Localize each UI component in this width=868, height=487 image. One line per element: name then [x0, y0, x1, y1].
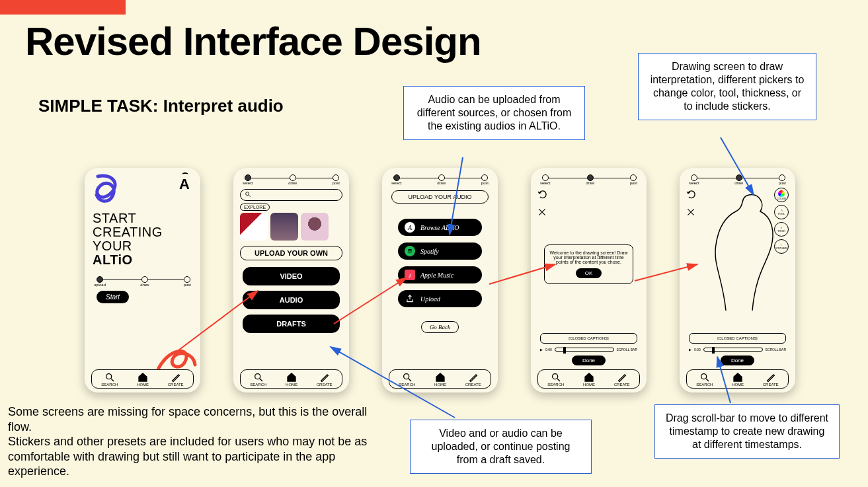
- scribble-icon-2: [155, 332, 202, 371]
- time-label: 0:00: [545, 348, 552, 352]
- upload-button[interactable]: Upload: [398, 290, 482, 307]
- time-label: 0:00: [694, 348, 701, 352]
- svg-line-7: [409, 379, 411, 381]
- video-button[interactable]: VIDEO: [243, 267, 340, 285]
- apple-music-icon: ♪: [405, 270, 415, 280]
- timeline-scrollbar[interactable]: [703, 348, 763, 352]
- svg-line-1: [111, 379, 114, 381]
- nav-search[interactable]: SEARCH: [250, 372, 266, 387]
- svg-point-10: [701, 374, 707, 379]
- upload-own-header: UPLOAD YOUR OWN: [240, 246, 342, 260]
- done-button[interactable]: Done: [572, 356, 606, 365]
- closed-captions: [CLOSED CAPTIONS]: [540, 333, 637, 344]
- spotify-icon: [405, 246, 415, 256]
- phone-row: A START CREATING YOUR ALTiO upload draw …: [85, 168, 795, 393]
- play security-icon: ▶: [540, 348, 543, 352]
- modal-text: Welcome to the drawing screen! Draw your…: [549, 250, 629, 264]
- undo-icon[interactable]: [537, 189, 548, 202]
- nav-search[interactable]: SEARCH: [696, 372, 713, 387]
- callout-audio-sources: Audio can be uploaded from different sou…: [403, 86, 585, 140]
- timeline-scrollbar[interactable]: [555, 348, 614, 352]
- svg-point-2: [246, 192, 249, 196]
- callout-video-audio-upload: Video and or audio can be uploaded, or c…: [410, 420, 592, 474]
- accent-bar: [0, 0, 126, 15]
- svg-line-11: [706, 379, 709, 381]
- bottom-nav: SEARCH HOME CREATE: [91, 369, 194, 389]
- nav-create[interactable]: CREATE: [763, 372, 779, 387]
- search-icon: [245, 191, 251, 198]
- explore-thumb[interactable]: [240, 213, 268, 241]
- callout-drawing-screen: Drawing screen to draw interpretation, d…: [638, 53, 816, 120]
- drawing-sketch: [686, 185, 789, 317]
- phone-screen-1: A START CREATING YOUR ALTiO upload draw …: [85, 168, 200, 393]
- upload-audio-header: UPLOAD YOUR AUDIO: [391, 190, 489, 204]
- nav-home[interactable]: HOME: [434, 372, 446, 387]
- bottom-nav: SEARCH HOME CREATE: [537, 369, 640, 389]
- welcome-modal: Welcome to the drawing screen! Draw your…: [544, 244, 633, 284]
- phone-screen-5: select draw post COLOR ✎TOOL ≡THICK ★STI…: [680, 168, 795, 393]
- nav-search[interactable]: SEARCH: [101, 372, 118, 387]
- drawing-canvas[interactable]: Welcome to the drawing screen! Draw your…: [537, 185, 640, 333]
- altio-icon: A: [405, 222, 415, 233]
- explore-thumb[interactable]: [270, 213, 298, 241]
- close-icon[interactable]: [537, 207, 548, 219]
- bottom-nav: SEARCH HOME CREATE: [686, 369, 789, 389]
- svg-point-8: [553, 374, 558, 379]
- phone-screen-2: select draw post EXPLORE UPLOAD YOUR OWN…: [233, 168, 349, 393]
- svg-line-5: [260, 379, 262, 381]
- start-button[interactable]: Start: [97, 291, 129, 303]
- svg-point-6: [404, 374, 409, 379]
- bottom-nav: SEARCH HOME CREATE: [240, 369, 342, 389]
- callout-scrollbar: Drag scroll-bar to move to different tim…: [654, 404, 840, 459]
- altio-logo-icon: A: [179, 176, 190, 193]
- nav-home[interactable]: HOME: [732, 372, 744, 387]
- ok-button[interactable]: OK: [576, 268, 602, 278]
- slide-title: Revised Interface Design: [25, 19, 481, 64]
- bottom-nav: SEARCH HOME CREATE: [389, 369, 491, 389]
- drafts-button[interactable]: DRAFTS: [243, 315, 340, 333]
- drawing-canvas[interactable]: COLOR ✎TOOL ≡THICK ★STICKER: [686, 185, 789, 333]
- svg-point-4: [255, 374, 260, 379]
- nav-create[interactable]: CREATE: [168, 372, 184, 387]
- scribble-icon: [91, 173, 124, 209]
- explore-thumb[interactable]: [301, 213, 329, 241]
- nav-home[interactable]: HOME: [583, 372, 595, 387]
- done-button[interactable]: Done: [721, 356, 754, 365]
- scrollbar-label: SCROLL BAR: [766, 348, 787, 352]
- upload-icon: [405, 293, 415, 304]
- spotify-button[interactable]: Spotify: [398, 243, 482, 260]
- footnote: Some screens are missing for space conce…: [8, 404, 391, 479]
- go-back-button[interactable]: Go Back: [421, 321, 459, 333]
- svg-point-0: [106, 374, 112, 379]
- apple-music-button[interactable]: ♪ Apple Music: [398, 266, 482, 283]
- closed-captions: [CLOSED CAPTIONS]: [689, 333, 786, 344]
- audio-button[interactable]: AUDIO: [243, 291, 340, 309]
- search-input[interactable]: [240, 189, 342, 201]
- nav-search[interactable]: SEARCH: [547, 372, 564, 387]
- play-icon[interactable]: ▶: [689, 348, 691, 352]
- svg-line-3: [249, 195, 251, 197]
- phone-screen-3: select draw post UPLOAD YOUR AUDIO A Bro…: [382, 168, 498, 393]
- phone-screen-4: select draw post Welcome to the drawing …: [531, 168, 647, 393]
- nav-create[interactable]: CREATE: [614, 372, 630, 387]
- nav-search[interactable]: SEARCH: [399, 372, 415, 387]
- nav-home[interactable]: HOME: [286, 372, 297, 387]
- svg-line-9: [557, 379, 560, 381]
- explore-tag[interactable]: EXPLORE: [240, 204, 270, 211]
- browse-altio-button[interactable]: A Browse ALTiO: [398, 219, 482, 236]
- nav-create[interactable]: CREATE: [317, 372, 333, 387]
- nav-create[interactable]: CREATE: [465, 372, 481, 387]
- slide-subtitle: SIMPLE TASK: Interpret audio: [38, 96, 284, 116]
- scrollbar-label: SCROLL BAR: [617, 348, 638, 352]
- intro-heading: START CREATING YOUR ALTiO: [93, 211, 194, 267]
- nav-home[interactable]: HOME: [137, 372, 149, 387]
